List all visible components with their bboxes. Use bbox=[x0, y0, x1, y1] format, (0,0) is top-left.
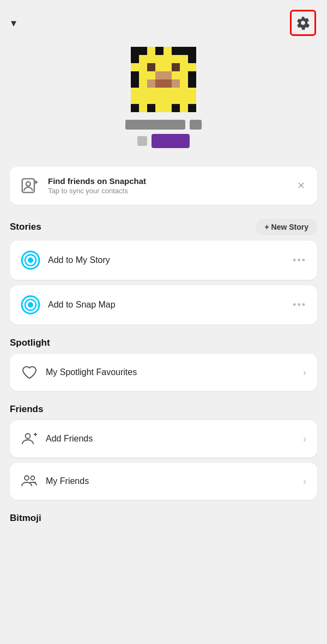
svg-rect-11 bbox=[155, 79, 172, 88]
card-left: Add to Snap Map bbox=[21, 295, 116, 315]
spotlight-favourites-card[interactable]: My Spotlight Favourites › bbox=[10, 354, 317, 391]
my-story-label: Add to My Story bbox=[48, 255, 110, 265]
svg-rect-6 bbox=[188, 55, 196, 63]
my-friends-card[interactable]: My Friends › bbox=[10, 463, 317, 500]
svg-rect-4 bbox=[188, 47, 196, 55]
svg-rect-16 bbox=[172, 104, 180, 112]
chevron-right-icon: › bbox=[303, 367, 306, 378]
new-story-button[interactable]: + New Story bbox=[256, 219, 317, 235]
add-friends-label: Add Friends bbox=[46, 434, 93, 444]
avatar-image bbox=[131, 47, 196, 112]
add-friends-icon bbox=[21, 430, 38, 447]
username-area bbox=[125, 120, 202, 148]
friends-section-header: Friends bbox=[0, 400, 327, 420]
svg-rect-12 bbox=[131, 71, 139, 88]
my-story-icon bbox=[21, 250, 40, 270]
bitmoji-title: Bitmoji bbox=[10, 513, 41, 523]
find-friends-subtitle: Tap to sync your contacts bbox=[48, 187, 146, 195]
name-placeholder bbox=[125, 120, 185, 130]
card-left: Add to My Story bbox=[21, 250, 110, 270]
find-friends-text: Find friends on Snapchat Tap to sync you… bbox=[48, 176, 146, 195]
svg-rect-7 bbox=[147, 63, 155, 71]
name-bar bbox=[125, 120, 202, 130]
avatar-section bbox=[0, 41, 327, 161]
svg-rect-17 bbox=[188, 104, 196, 112]
svg-point-28 bbox=[31, 476, 35, 480]
heart-icon bbox=[21, 364, 38, 381]
svg-rect-8 bbox=[172, 63, 180, 71]
sub-row bbox=[137, 134, 190, 148]
avatar[interactable] bbox=[131, 47, 196, 112]
add-friends-card[interactable]: Add Friends › bbox=[10, 420, 317, 457]
add-to-snap-map-card[interactable]: Add to Snap Map ••• bbox=[10, 285, 317, 324]
find-friends-title: Find friends on Snapchat bbox=[48, 176, 146, 186]
top-bar: ▾ bbox=[0, 0, 327, 41]
svg-rect-3 bbox=[172, 47, 188, 55]
chevron-down-icon[interactable]: ▾ bbox=[11, 16, 16, 29]
bitmoji-section: Bitmoji bbox=[0, 508, 327, 526]
chevron-right-icon: › bbox=[303, 476, 306, 487]
svg-point-19 bbox=[26, 182, 31, 186]
add-to-my-story-card[interactable]: Add to My Story ••• bbox=[10, 241, 317, 280]
friends-title: Friends bbox=[10, 404, 43, 415]
snap-map-icon bbox=[21, 295, 40, 315]
snap-map-label: Add to Snap Map bbox=[48, 300, 116, 310]
chevron-right-icon: › bbox=[303, 433, 306, 445]
sub-placeholder-purple bbox=[152, 134, 190, 148]
settings-button[interactable] bbox=[290, 10, 316, 36]
svg-point-25 bbox=[28, 302, 33, 308]
svg-rect-2 bbox=[155, 47, 164, 55]
add-contact-icon bbox=[20, 175, 40, 196]
my-story-menu-button[interactable]: ••• bbox=[293, 255, 306, 266]
svg-rect-14 bbox=[131, 104, 139, 112]
card-left: Add Friends bbox=[21, 430, 93, 447]
close-button[interactable]: ✕ bbox=[295, 177, 307, 194]
sub-placeholder-tiny bbox=[137, 136, 147, 146]
snap-map-menu-button[interactable]: ••• bbox=[293, 299, 306, 311]
svg-point-22 bbox=[28, 257, 33, 263]
svg-rect-15 bbox=[147, 104, 155, 112]
svg-point-27 bbox=[25, 476, 29, 480]
svg-point-26 bbox=[26, 434, 31, 439]
stories-title: Stories bbox=[10, 222, 41, 232]
gear-icon bbox=[296, 16, 310, 30]
stories-section-header: Stories + New Story bbox=[0, 214, 327, 241]
find-friends-left: Find friends on Snapchat Tap to sync you… bbox=[20, 175, 146, 196]
my-friends-icon bbox=[21, 473, 38, 490]
svg-rect-5 bbox=[131, 55, 139, 63]
name-placeholder-small bbox=[190, 120, 202, 130]
svg-rect-13 bbox=[188, 71, 196, 88]
find-friends-card[interactable]: Find friends on Snapchat Tap to sync you… bbox=[10, 167, 317, 205]
card-left: My Spotlight Favourites bbox=[21, 364, 137, 381]
svg-rect-9 bbox=[155, 71, 172, 79]
spotlight-title: Spotlight bbox=[10, 338, 50, 348]
spotlight-section-header: Spotlight bbox=[0, 333, 327, 354]
my-friends-label: My Friends bbox=[46, 476, 89, 486]
spotlight-favourites-label: My Spotlight Favourites bbox=[46, 367, 137, 377]
card-left: My Friends bbox=[21, 473, 89, 490]
svg-rect-1 bbox=[131, 47, 147, 55]
